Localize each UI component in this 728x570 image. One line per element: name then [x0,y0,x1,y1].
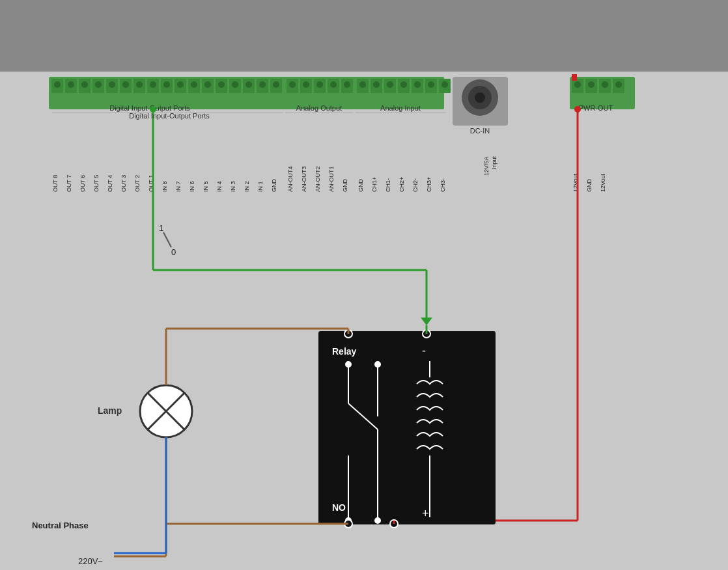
svg-point-26 [177,81,184,88]
svg-line-120 [148,393,184,429]
svg-rect-3 [92,79,104,93]
relay-coil [417,361,443,517]
svg-point-43 [344,81,350,88]
svg-point-18 [68,81,74,88]
svg-text:1: 1 [159,223,163,233]
svg-point-63 [588,81,595,88]
svg-rect-44 [357,79,369,93]
svg-text:OUT 4: OUT 4 [107,175,113,192]
svg-rect-50 [439,79,451,93]
relay-plus-label: + [422,507,429,520]
svg-text:IN 4: IN 4 [216,181,223,192]
svg-text:OUT 2: OUT 2 [134,175,141,192]
svg-point-119 [140,385,192,437]
svg-text:GND: GND [271,179,277,193]
svg-point-54 [400,81,407,88]
svg-point-32 [259,81,266,88]
svg-text:IN 5: IN 5 [203,181,209,192]
svg-text:AN-OUT3: AN-OUT3 [301,166,307,192]
signal-indicator: 1 0 [159,223,176,257]
svg-point-29 [218,81,225,88]
svg-point-116 [374,517,381,524]
green-arrow [421,318,432,325]
svg-rect-35 [300,79,312,93]
svg-text:CH2+: CH2+ [399,177,405,192]
svg-point-111 [374,361,381,368]
svg-point-23 [136,81,143,88]
relay-box [319,332,495,524]
voltage-label: 220V~ [78,556,103,566]
svg-rect-59 [585,79,597,93]
svg-point-41 [316,81,323,88]
svg-rect-5 [120,79,132,93]
svg-text:PWR-OUT: PWR-OUT [579,104,613,112]
analog-in-terminal [355,77,444,109]
svg-point-19 [81,81,88,88]
svg-point-55 [414,81,421,88]
svg-rect-15 [257,79,268,93]
svg-text:OUT 8: OUT 8 [52,175,59,192]
svg-rect-10 [188,79,200,93]
svg-text:CH1+: CH1+ [371,177,378,192]
lamp-label: Lamp [98,405,122,416]
svg-rect-58 [572,79,583,93]
dc-button-inner [468,86,492,109]
svg-point-65 [615,81,622,88]
svg-text:CH1-: CH1- [385,178,391,192]
svg-rect-61 [613,79,624,93]
svg-rect-47 [398,79,410,93]
svg-text:CH2-: CH2- [412,178,419,192]
svg-rect-8 [161,79,173,93]
svg-point-22 [122,81,129,88]
svg-point-51 [359,81,366,88]
svg-text:0: 0 [171,247,176,257]
svg-point-64 [602,81,608,88]
relay-no-label: NO [332,502,346,513]
svg-rect-2 [79,79,91,93]
svg-point-17 [54,81,61,88]
svg-text:OUT 3: OUT 3 [120,175,127,192]
svg-text:Digital Input-Output Ports: Digital Input-Output Ports [109,104,190,112]
svg-rect-38 [341,79,353,93]
analog-in-screws [359,81,448,88]
svg-text:OUT 5: OUT 5 [93,175,100,192]
svg-point-53 [387,81,393,88]
svg-text:CH3+: CH3+ [426,177,432,192]
svg-text:OUT 1: OUT 1 [148,175,154,192]
lamp-symbol [140,385,192,437]
svg-text:CH3-: CH3- [440,178,446,192]
svg-point-28 [204,81,211,88]
svg-rect-12 [216,79,227,93]
pwr-red-tab [572,74,577,81]
relay-label: Relay [332,346,357,357]
svg-rect-7 [147,79,159,93]
svg-point-25 [163,81,170,88]
svg-rect-48 [412,79,423,93]
svg-text:12Vout: 12Vout [572,173,579,192]
svg-point-115 [345,517,352,524]
svg-text:IN 3: IN 3 [230,181,236,192]
svg-line-114 [348,403,378,429]
svg-rect-4 [106,79,118,93]
wiring-diagram: OUT 8 OUT 7 OUT 6 OUT 5 OUT 4 OUT 3 OUT … [0,0,728,570]
svg-rect-34 [287,79,298,93]
main-background [0,72,728,570]
svg-text:12V/5A: 12V/5A [483,156,490,176]
terminal-screws [54,81,279,88]
section-label-digital-io: Digital Input-Output Ports [52,112,287,120]
dc-in-area [453,77,508,126]
relay-switch [345,361,381,524]
analog-out-terminal [285,77,350,109]
node-pwr-out [574,106,581,113]
svg-point-21 [109,81,115,88]
svg-point-31 [245,81,252,88]
svg-point-40 [303,81,309,88]
relay-pin-bottom-left [344,520,352,528]
digital-io-connectors [51,79,282,93]
svg-text:Analog Input: Analog Input [380,104,421,112]
svg-text:OUT 7: OUT 7 [66,175,72,192]
svg-text:GND: GND [586,179,593,193]
svg-rect-45 [371,79,382,93]
svg-text:GND: GND [357,179,364,193]
svg-text:GND: GND [342,179,348,193]
